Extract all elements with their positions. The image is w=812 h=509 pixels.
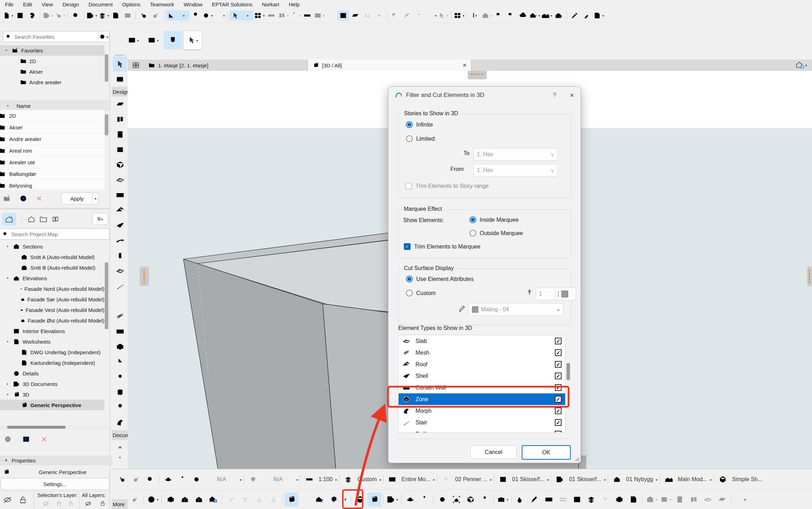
tree-item-fasade-sor[interactable]: Fasade Sør (Auto-rebuild Model) bbox=[0, 294, 104, 305]
survey-point-button[interactable] bbox=[373, 10, 385, 21]
materials-button[interactable] bbox=[542, 492, 556, 507]
morph-tool[interactable] bbox=[113, 415, 127, 430]
orientation-icon[interactable] bbox=[246, 472, 260, 486]
properties-header[interactable]: ▼Properties bbox=[0, 455, 114, 465]
grid-cursor-button[interactable]: ▾ bbox=[659, 492, 673, 507]
delete-favorite-button[interactable] bbox=[35, 195, 43, 202]
menu-options[interactable]: Options bbox=[122, 1, 140, 7]
orbit-mode-button[interactable] bbox=[403, 492, 417, 507]
transform-button[interactable]: ▾ bbox=[453, 10, 465, 21]
story-settings-button[interactable] bbox=[206, 492, 220, 507]
save-button[interactable] bbox=[14, 10, 26, 21]
grid-tool[interactable] bbox=[113, 324, 127, 339]
tree-item-interior-elevations[interactable]: Interior Elevations bbox=[0, 326, 104, 336]
view-map-button[interactable] bbox=[27, 215, 36, 223]
mesh-tool[interactable] bbox=[113, 309, 127, 324]
layout-book-button[interactable] bbox=[39, 215, 48, 223]
arrow-tool[interactable] bbox=[113, 56, 127, 72]
from-story-combo[interactable]: 1. Hav∨ bbox=[474, 164, 558, 177]
tree-hscroll-thumb[interactable] bbox=[7, 426, 66, 429]
marker-up-icon[interactable]: △ bbox=[252, 492, 266, 507]
orbit-button[interactable] bbox=[161, 472, 175, 486]
toolbox-design-label[interactable]: Design bbox=[112, 87, 128, 97]
project-chooser-button[interactable]: ▾ bbox=[86, 10, 98, 21]
ruler-button[interactable] bbox=[265, 10, 277, 21]
tree-item-fasade-nord[interactable]: Fasade Nord (Auto-rebuild Model) bbox=[0, 283, 104, 294]
tab-3d-view[interactable]: [3D / All] ✕ bbox=[308, 60, 471, 71]
cut-fill-pattern-button[interactable] bbox=[555, 288, 576, 300]
element-row-shell[interactable]: Shell✓ bbox=[399, 370, 565, 382]
eyedropper-button[interactable] bbox=[569, 10, 581, 21]
project-map-button[interactable] bbox=[2, 213, 16, 226]
layout-button[interactable]: ▾ bbox=[277, 10, 289, 21]
all-layers-hide-icon[interactable] bbox=[85, 500, 92, 507]
curve-tool-button[interactable] bbox=[401, 10, 413, 21]
curtain-wall-tool[interactable] bbox=[113, 188, 127, 203]
pen-sets-button[interactable] bbox=[598, 492, 612, 507]
tree-hscroll-track[interactable] bbox=[0, 425, 110, 429]
coordinates-button[interactable] bbox=[229, 10, 241, 21]
delete-viewpoint-button[interactable] bbox=[40, 435, 48, 443]
roof-tool[interactable] bbox=[113, 203, 127, 218]
axe-tool-button[interactable]: ▾ bbox=[425, 10, 437, 21]
favorites-list-header[interactable]: Name bbox=[0, 101, 109, 111]
list-item[interactable]: Balkongdør bbox=[0, 168, 104, 180]
zone-tool[interactable] bbox=[113, 339, 127, 354]
new-file-button[interactable]: ▾ bbox=[2, 10, 14, 21]
list-item[interactable]: Arealer ute bbox=[0, 157, 104, 168]
list-item[interactable]: Akser bbox=[0, 122, 104, 133]
apply-button[interactable]: Apply bbox=[61, 192, 92, 204]
toolbox-more-label[interactable]: More bbox=[112, 499, 128, 509]
tree-item-dwg-underlag[interactable]: DWG Underlag (Independent) bbox=[0, 347, 104, 357]
door-swing-button[interactable] bbox=[687, 492, 701, 507]
tree-item-fasade-vest[interactable]: Fasade Vest (Auto-rebuild Model) bbox=[0, 305, 104, 315]
marker-down-icon[interactable]: ▽ bbox=[238, 492, 252, 507]
flag-button[interactable] bbox=[493, 10, 505, 21]
corner-tool-button[interactable] bbox=[389, 10, 401, 21]
walk-button[interactable] bbox=[175, 472, 189, 486]
search-favorites-field[interactable] bbox=[3, 31, 101, 42]
new-folder-button[interactable] bbox=[19, 194, 28, 203]
3d-styles-button[interactable]: ▾ bbox=[385, 492, 399, 507]
tree-item-worksheets[interactable]: Worksheets bbox=[0, 336, 104, 347]
skylight-tool[interactable] bbox=[113, 157, 127, 172]
element-types-list[interactable]: Slab✓ Mesh✓ Roof✓ Shell✓ Curtain Wall✓ Z… bbox=[398, 335, 565, 433]
panel-divider[interactable] bbox=[0, 208, 110, 209]
tree-item-snitt-b[interactable]: Snitt B (Auto-rebuild Model) bbox=[0, 262, 104, 273]
snap-points-button[interactable]: ▾ bbox=[201, 10, 213, 21]
perspective-view-button[interactable] bbox=[367, 492, 381, 507]
story-down-button[interactable] bbox=[178, 492, 192, 507]
show-hide-cycle-icon[interactable] bbox=[3, 495, 12, 504]
fit-home-button[interactable] bbox=[449, 492, 463, 507]
section-marker-top[interactable] bbox=[468, 71, 487, 79]
search-project-map-input[interactable] bbox=[11, 231, 107, 238]
element-list-scrollbar-thumb[interactable] bbox=[566, 363, 570, 380]
rotate-3d-button[interactable] bbox=[463, 492, 478, 507]
navigator-menu-button[interactable]: ≡▸ bbox=[92, 213, 108, 225]
quick-layout-icon[interactable] bbox=[128, 61, 144, 69]
column-tool[interactable] bbox=[113, 248, 127, 263]
snap-line-button[interactable]: ▾ bbox=[213, 10, 225, 21]
search-project-map-field[interactable] bbox=[0, 228, 110, 240]
element-row-morph[interactable]: Morph✓ bbox=[399, 405, 565, 417]
coordinates-dropdown[interactable]: ▾ bbox=[241, 10, 253, 21]
list-item[interactable]: Belysning bbox=[0, 180, 104, 190]
layer-combination-button[interactable]: ▾ bbox=[541, 10, 553, 21]
view-back-button[interactable] bbox=[115, 472, 129, 486]
cut-pen-input[interactable]: 1 bbox=[536, 288, 556, 300]
profile-beam-button[interactable]: I▾ bbox=[469, 10, 481, 21]
pickup-parameters-button[interactable]: ▾ bbox=[42, 10, 54, 21]
list-item[interactable]: Areal rom bbox=[0, 145, 104, 157]
toolbox-scroll-up-icon[interactable]: ▲ bbox=[118, 455, 122, 459]
menu-eptar[interactable]: EPTAR Solutions bbox=[212, 1, 253, 7]
scale-value[interactable]: 1:100 bbox=[316, 476, 335, 483]
composites-button[interactable] bbox=[584, 492, 598, 507]
object-tool[interactable] bbox=[113, 354, 127, 369]
view-forward-button[interactable] bbox=[129, 472, 143, 486]
favorites-scrollbar[interactable] bbox=[105, 54, 108, 82]
beam-tool[interactable] bbox=[113, 233, 127, 248]
favorites-list-scrollbar[interactable] bbox=[105, 114, 108, 135]
inside-marquee-radio[interactable]: Inside Marquee bbox=[469, 216, 519, 223]
arrow-tool-variant-button[interactable]: ▸ bbox=[183, 31, 202, 50]
pen-fill-button[interactable] bbox=[626, 492, 641, 507]
